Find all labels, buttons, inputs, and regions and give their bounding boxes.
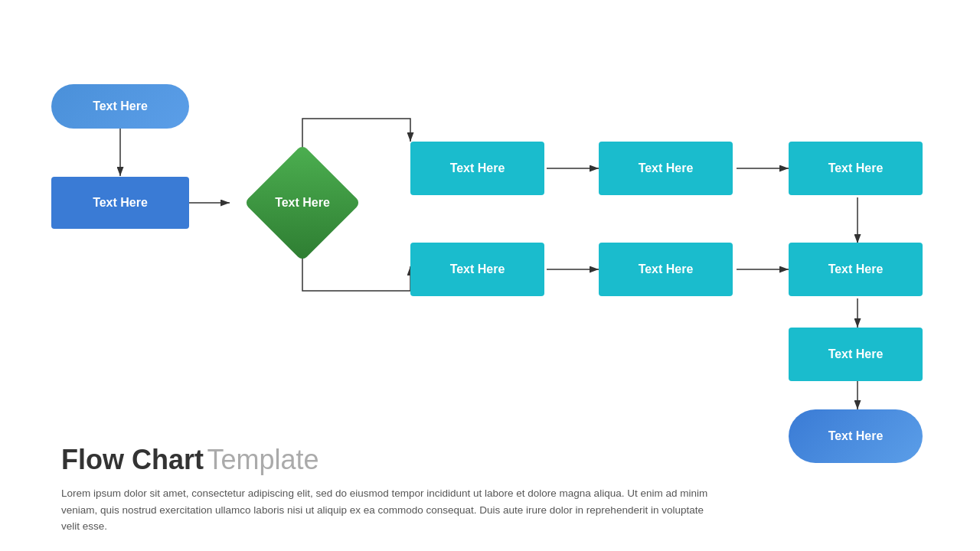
bottom-section: Flow Chart Template Lorem ipsum dolor si… (0, 429, 980, 551)
node-rect-blue: Text Here (51, 177, 189, 229)
node-upper-3: Text Here (789, 142, 923, 195)
node-bottom-cyan: Text Here (789, 328, 923, 381)
title-bold: Flow Chart (61, 444, 204, 475)
node-lower-2: Text Here (599, 243, 733, 296)
title-light: Template (207, 444, 318, 475)
node-diamond-container: Text Here (245, 145, 360, 260)
node-upper-2: Text Here (599, 142, 733, 195)
title-row: Flow Chart Template (61, 444, 919, 476)
node-upper-1: Text Here (410, 142, 544, 195)
node-start-pill: Text Here (51, 84, 189, 129)
node-lower-1: Text Here (410, 243, 544, 296)
node-lower-3: Text Here (789, 243, 923, 296)
body-text: Lorem ipsum dolor sit amet, consectetur … (61, 485, 720, 535)
